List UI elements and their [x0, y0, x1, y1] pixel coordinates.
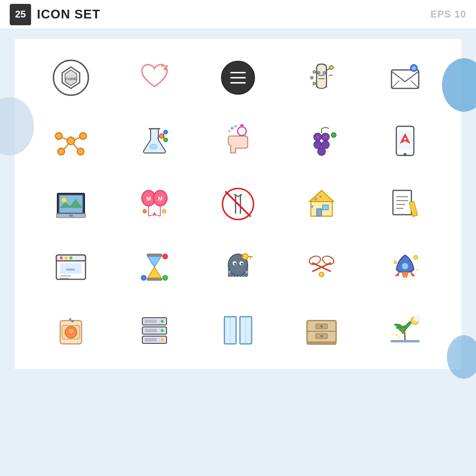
- icon-cabinet: [285, 306, 358, 355]
- icon-ai-head: [285, 53, 358, 102]
- icon-network-nodes: [34, 117, 108, 165]
- svg-point-44: [238, 127, 246, 136]
- svg-point-19: [310, 76, 313, 79]
- svg-rect-159: [391, 340, 420, 342]
- svg-point-4: [164, 68, 167, 70]
- svg-point-122: [308, 255, 322, 266]
- svg-rect-146: [145, 329, 157, 332]
- svg-point-38: [164, 130, 168, 134]
- icon-chemistry-flask: [118, 117, 191, 165]
- svg-point-120: [245, 271, 248, 273]
- svg-rect-9: [230, 77, 246, 79]
- svg-point-18: [313, 70, 316, 73]
- icon-heart: [118, 53, 191, 102]
- header: 25 ICON SET EPS 10: [0, 0, 476, 29]
- svg-point-57: [324, 136, 327, 138]
- icon-space-rocket: [368, 243, 442, 291]
- svg-point-119: [228, 271, 231, 273]
- svg-point-125: [319, 272, 324, 277]
- svg-rect-86: [323, 205, 328, 210]
- svg-point-162: [414, 315, 421, 322]
- svg-point-28: [80, 133, 86, 139]
- svg-point-130: [394, 261, 397, 264]
- svg-point-16: [329, 66, 333, 69]
- svg-rect-85: [317, 209, 322, 216]
- svg-marker-76: [153, 212, 156, 215]
- svg-point-49: [228, 130, 230, 132]
- icon-pet-food: 🐾: [34, 306, 108, 355]
- svg-point-157: [321, 335, 323, 338]
- svg-text:M: M: [158, 196, 162, 202]
- svg-text:M: M: [146, 196, 151, 202]
- icon-document-pen: [368, 180, 442, 228]
- icon-email-at: @: [368, 53, 442, 102]
- svg-line-32: [74, 137, 80, 140]
- svg-point-13: [317, 71, 320, 74]
- svg-point-131: [416, 269, 418, 271]
- header-badge: 25: [10, 4, 31, 25]
- svg-rect-106: [147, 254, 162, 256]
- bg-decoration-right2: [447, 335, 476, 379]
- svg-point-59: [333, 134, 335, 136]
- svg-line-33: [64, 144, 68, 149]
- svg-point-47: [231, 127, 234, 130]
- svg-point-14: [323, 71, 326, 74]
- svg-point-36: [150, 144, 157, 149]
- svg-rect-90: [393, 190, 411, 215]
- svg-point-56: [316, 136, 319, 138]
- svg-marker-128: [395, 272, 399, 276]
- svg-point-124: [322, 255, 335, 266]
- svg-point-114: [234, 263, 236, 265]
- svg-point-100: [65, 256, 68, 259]
- svg-text:CODE: CODE: [65, 77, 77, 81]
- svg-rect-8: [230, 72, 246, 73]
- svg-point-135: [68, 328, 74, 334]
- svg-point-144: [161, 339, 164, 341]
- svg-point-67: [62, 198, 67, 203]
- icon-no-food: [201, 180, 275, 228]
- svg-point-156: [321, 325, 323, 328]
- svg-point-29: [58, 148, 65, 155]
- svg-point-116: [242, 254, 248, 259]
- svg-point-64: [404, 137, 407, 140]
- svg-rect-145: [145, 320, 157, 323]
- svg-point-62: [404, 153, 407, 156]
- svg-rect-10: [230, 82, 246, 84]
- header-eps: EPS 10: [430, 9, 466, 20]
- svg-point-115: [241, 263, 243, 265]
- icon-code-diamond: CODE: [34, 53, 108, 102]
- svg-point-55: [318, 148, 325, 155]
- svg-marker-127: [411, 272, 415, 276]
- icon-menu-circle: [201, 53, 275, 102]
- svg-point-48: [235, 125, 237, 128]
- icon-photo-frame: [34, 180, 108, 228]
- icon-gender-hand: [201, 117, 275, 165]
- svg-point-143: [161, 329, 164, 332]
- svg-point-77: [143, 209, 147, 213]
- icon-server: [118, 306, 191, 355]
- svg-point-5: [161, 65, 163, 67]
- icon-phone-navigation: [368, 117, 442, 165]
- svg-text:@: @: [412, 66, 416, 70]
- svg-point-6: [166, 65, 168, 67]
- svg-point-165: [392, 334, 394, 335]
- svg-rect-147: [145, 338, 157, 341]
- svg-point-108: [163, 254, 168, 259]
- svg-point-164: [399, 337, 400, 339]
- header-left: 25 ICON SET: [10, 4, 101, 25]
- icons-grid: CODE: [34, 53, 442, 355]
- svg-point-101: [69, 256, 72, 259]
- svg-point-20: [313, 82, 316, 85]
- svg-point-109: [141, 275, 146, 280]
- header-title: ICON SET: [37, 7, 101, 22]
- svg-line-34: [73, 144, 78, 149]
- svg-point-30: [77, 148, 84, 155]
- icon-website: www.: [34, 243, 108, 291]
- icon-hourglass: [118, 243, 191, 291]
- svg-rect-21: [391, 70, 419, 88]
- svg-rect-107: [147, 278, 162, 281]
- svg-point-142: [161, 320, 164, 323]
- svg-point-39: [164, 138, 168, 142]
- svg-point-78: [162, 209, 166, 213]
- svg-point-129: [414, 255, 418, 259]
